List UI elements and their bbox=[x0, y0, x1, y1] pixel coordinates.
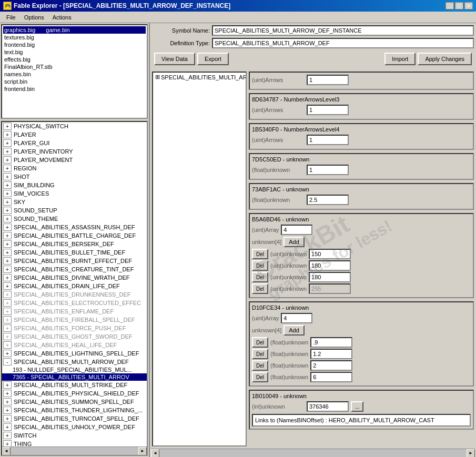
tree-item-player-inventory[interactable]: + PLAYER_INVENTORY bbox=[2, 147, 147, 156]
expand-icon[interactable]: + bbox=[3, 291, 12, 298]
expand-icon[interactable]: + bbox=[3, 181, 12, 189]
tree-item-physical-switch[interactable]: + PHYSICAL_SWITCH bbox=[2, 122, 147, 130]
group6-row-input-2[interactable] bbox=[310, 360, 352, 371]
tree-item-sa-divine-wrath[interactable]: + SPECIAL_ABILITIES_DIVINE_WRATH_DEF bbox=[2, 273, 147, 282]
tree-item-sa-berserk[interactable]: + SPECIAL_ABILITIES_BERSERK_DEF bbox=[2, 240, 147, 248]
tree-item-sa-multi-arrow-7365[interactable]: 7365 - SPECIAL_ABILITIES_MULTI_ARROV bbox=[2, 373, 147, 381]
menu-options[interactable]: Options bbox=[20, 13, 48, 22]
group6-add-button[interactable]: Add bbox=[283, 325, 305, 336]
group3-input[interactable] bbox=[307, 165, 349, 175]
tree-hscroll[interactable]: ◄ ► bbox=[2, 446, 147, 455]
content-hscroll[interactable]: ◄ ► bbox=[151, 449, 475, 457]
group5-del-btn-1[interactable]: Del bbox=[252, 260, 268, 271]
tree-item-sa-fireball[interactable]: + SPECIAL_ABILITIES_FIREBALL_SPELL_DEF bbox=[2, 316, 147, 324]
tree-item-sky[interactable]: + SKY bbox=[2, 198, 147, 206]
file-item-text[interactable]: text.big bbox=[3, 48, 146, 56]
maximize-button[interactable]: □ bbox=[455, 2, 463, 9]
definition-type-input[interactable] bbox=[212, 38, 474, 48]
file-item-textures[interactable]: textures.big bbox=[3, 34, 146, 41]
expand-icon[interactable]: + bbox=[3, 123, 12, 130]
tree-item-sa-multi-strike[interactable]: + SPECIAL_ABILITIES_MULTI_STRIKE_DEF bbox=[2, 381, 147, 389]
tree-item-sa-turncoat[interactable]: + SPECIAL_ABILITIES_TURNCOAT_SPELL_DEF bbox=[2, 414, 147, 423]
expand-icon[interactable]: + bbox=[3, 232, 12, 239]
tree-item-sound-theme[interactable]: + SOUND_THEME bbox=[2, 215, 147, 223]
group5-array-count[interactable] bbox=[281, 225, 312, 235]
content-hscroll-right-btn[interactable]: ► bbox=[467, 449, 475, 458]
expand-icon[interactable]: + bbox=[3, 341, 12, 349]
expand-icon[interactable]: + bbox=[3, 249, 12, 256]
expand-icon[interactable]: + bbox=[3, 165, 12, 172]
expand-icon[interactable]: + bbox=[3, 299, 12, 307]
tree-item-sa-enflame[interactable]: + SPECIAL_ABILITIES_ENFLAME_DEF bbox=[2, 307, 147, 316]
tree-item-sa-electrocuted[interactable]: + SPECIAL_ABILITIES_ELECTROCUTED_EFFEC bbox=[2, 299, 147, 307]
minimize-button[interactable]: _ bbox=[445, 2, 454, 9]
expand-icon[interactable]: + bbox=[3, 282, 12, 290]
group1-input[interactable] bbox=[307, 105, 349, 115]
file-item-script[interactable]: script.bin bbox=[3, 78, 146, 85]
group5-row-input-2[interactable] bbox=[309, 272, 351, 282]
expand-icon[interactable]: + bbox=[3, 381, 12, 389]
tree-item-sa-heal-life[interactable]: + SPECIAL_ABILITIES_HEAL_LIFE_DEF bbox=[2, 341, 147, 349]
tree-item-player-gui[interactable]: + PLAYER_GUI bbox=[2, 139, 147, 147]
group6-del-btn-1[interactable]: Del bbox=[252, 349, 268, 359]
tree-item-thing[interactable]: + THING bbox=[2, 440, 147, 446]
expand-icon[interactable]: + bbox=[3, 316, 12, 323]
expand-icon[interactable]: + bbox=[3, 398, 12, 405]
expand-icon[interactable]: + bbox=[3, 207, 12, 214]
expand-icon[interactable]: + bbox=[3, 324, 12, 332]
close-button[interactable]: × bbox=[464, 2, 473, 9]
export-button[interactable]: Export bbox=[197, 53, 229, 65]
expand-icon[interactable]: + bbox=[3, 333, 12, 340]
group5-row-input-1[interactable] bbox=[309, 260, 351, 271]
tree-item-sim-building[interactable]: + SIM_BUILDING bbox=[2, 181, 147, 189]
expand-icon[interactable]: + bbox=[3, 440, 12, 446]
tree-item-sa-battle-charge[interactable]: + SPECIAL_ABILITIES_BATTLE_CHARGE_DEF bbox=[2, 231, 147, 240]
tree-item-sa-physical-shield[interactable]: + SPECIAL_ABILITIES_PHYSICAL_SHIELD_DEF bbox=[2, 389, 147, 398]
file-item-graphics[interactable]: graphics.big game.bin bbox=[3, 26, 146, 34]
expand-icon[interactable]: + bbox=[3, 415, 12, 422]
tree-item-region[interactable]: + REGION bbox=[2, 164, 147, 172]
expand-icon[interactable]: + bbox=[3, 350, 12, 357]
tree-item-sa-multi-arrow[interactable]: - SPECIAL_ABILITIES_MULTI_ARROW_DEF bbox=[2, 358, 147, 366]
expand-icon[interactable]: + bbox=[3, 139, 12, 147]
tree-item-sound-setup[interactable]: + SOUND_SETUP bbox=[2, 206, 147, 215]
hscroll-track[interactable] bbox=[11, 447, 138, 455]
tree-item-sa-burnt-effect[interactable]: + SPECIAL_ABILITIES_BURNT_EFFECT_DEF bbox=[2, 257, 147, 265]
tree-item-sim-voices[interactable]: + SIM_VOICES bbox=[2, 189, 147, 198]
group7-dots-button[interactable]: ... bbox=[351, 401, 363, 412]
group7-input[interactable] bbox=[307, 401, 349, 412]
menu-actions[interactable]: Actions bbox=[48, 13, 76, 22]
group5-del-btn-3[interactable]: Del bbox=[252, 283, 268, 294]
tree-item-sa-summon[interactable]: + SPECIAL_ABILITIES_SUMMON_SPELL_DEF bbox=[2, 398, 147, 406]
file-item-effects[interactable]: effects.big bbox=[3, 56, 146, 63]
hscroll-right-btn[interactable]: ► bbox=[138, 447, 147, 455]
tree-item-sa-thunder[interactable]: + SPECIAL_ABILITIES_THUNDER_LIGHTNING_..… bbox=[2, 406, 147, 414]
tree-item-sa-bullet-time[interactable]: + SPECIAL_ABILITIES_BULLET_TIME_DEF bbox=[2, 248, 147, 257]
symbol-name-input[interactable] bbox=[212, 25, 474, 36]
expand-icon[interactable]: + bbox=[3, 240, 12, 248]
menu-file[interactable]: File bbox=[2, 13, 20, 22]
group6-row-input-3[interactable] bbox=[310, 372, 352, 382]
tree-item-sa-drunkenness[interactable]: + SPECIAL_ABILITIES_DRUNKENNESS_DEF bbox=[2, 290, 147, 299]
group6-array-count[interactable] bbox=[281, 313, 312, 323]
group6-del-btn-2[interactable]: Del bbox=[252, 360, 268, 371]
tree-item-sa-creature-tint[interactable]: + SPECIAL_ABILITIES_CREATURE_TINT_DEF bbox=[2, 265, 147, 273]
tree-item-player-movement[interactable]: + PLAYER_MOVEMENT bbox=[2, 156, 147, 164]
expand-icon[interactable]: + bbox=[3, 198, 12, 206]
expand-icon[interactable]: + bbox=[3, 215, 12, 222]
apply-changes-button[interactable]: Apply Changes bbox=[418, 53, 472, 65]
tree-item-switch[interactable]: + SWITCH bbox=[2, 431, 147, 440]
expand-icon[interactable]: + bbox=[3, 156, 12, 164]
expand-icon[interactable]: + bbox=[3, 407, 12, 414]
expand-icon[interactable]: + bbox=[3, 131, 12, 138]
expand-icon-multi-arrow[interactable]: - bbox=[3, 358, 12, 365]
expand-icon[interactable]: + bbox=[3, 423, 12, 431]
group5-del-btn-2[interactable]: Del bbox=[252, 272, 268, 282]
content-hscroll-left-btn[interactable]: ◄ bbox=[151, 449, 159, 458]
tree-item-sa-multi-arrow-null[interactable]: 193 - NULLDEF_SPECIAL_ABILITIES_MUL... bbox=[2, 366, 147, 373]
group6-row-input-0[interactable] bbox=[310, 337, 352, 348]
import-button[interactable]: Import bbox=[384, 53, 416, 65]
expand-icon[interactable]: + bbox=[3, 308, 12, 315]
file-item-frontend-bin[interactable]: frontend.bin bbox=[3, 85, 146, 93]
content-tree-item[interactable]: ⊞ SPECIAL_ABILITIES_MULTI_ARRO bbox=[153, 73, 246, 82]
